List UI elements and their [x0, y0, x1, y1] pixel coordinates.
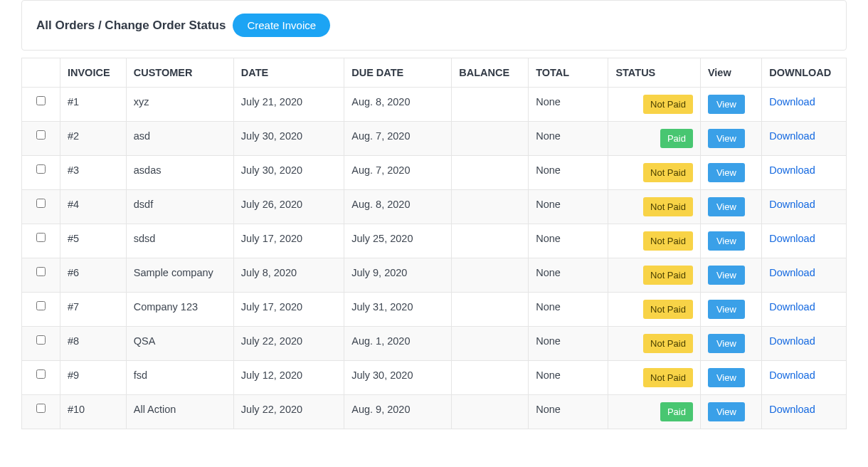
cell-due-date: Aug. 7, 2020 [344, 156, 452, 190]
view-button[interactable]: View [708, 334, 745, 353]
col-header-customer: CUSTOMER [126, 58, 233, 88]
status-badge-not-paid[interactable]: Not Paid [643, 95, 693, 114]
cell-date: July 17, 2020 [233, 293, 344, 327]
cell-balance [452, 224, 529, 258]
cell-customer: Company 123 [126, 293, 233, 327]
col-header-download: DOWNLOAD [762, 58, 847, 88]
cell-balance [452, 258, 529, 293]
cell-checkbox [22, 361, 60, 395]
table-wrapper: INVOICE CUSTOMER DATE DUE DATE BALANCE T… [0, 51, 868, 444]
download-link[interactable]: Download [769, 130, 815, 142]
cell-balance [452, 395, 529, 429]
cell-date: July 30, 2020 [233, 156, 344, 190]
view-button[interactable]: View [708, 163, 745, 182]
status-badge-not-paid[interactable]: Not Paid [643, 368, 693, 387]
cell-date: July 22, 2020 [233, 327, 344, 361]
table-row: #2asdJuly 30, 2020Aug. 7, 2020NonePaidVi… [22, 122, 847, 156]
table-header-row: INVOICE CUSTOMER DATE DUE DATE BALANCE T… [22, 58, 847, 88]
cell-due-date: Aug. 8, 2020 [344, 190, 452, 224]
download-link[interactable]: Download [769, 96, 815, 107]
cell-checkbox [22, 156, 60, 190]
create-invoice-button[interactable]: Create Invoice [233, 14, 330, 37]
cell-date: July 21, 2020 [233, 88, 344, 122]
cell-checkbox [22, 224, 60, 258]
cell-invoice: #3 [60, 156, 126, 190]
download-link[interactable]: Download [769, 335, 815, 347]
row-checkbox[interactable] [36, 404, 46, 413]
view-button[interactable]: View [708, 95, 745, 114]
cell-checkbox [22, 190, 60, 224]
download-link[interactable]: Download [769, 199, 815, 210]
view-button[interactable]: View [708, 266, 745, 285]
col-header-total: TOTAL [529, 58, 608, 88]
cell-customer: QSA [126, 327, 233, 361]
cell-balance [452, 190, 529, 224]
row-checkbox[interactable] [36, 199, 46, 208]
cell-customer: dsdf [126, 190, 233, 224]
cell-date: July 12, 2020 [233, 361, 344, 395]
cell-download: Download [762, 293, 847, 327]
row-checkbox[interactable] [36, 233, 46, 242]
row-checkbox[interactable] [36, 96, 46, 105]
table-row: #6Sample companyJuly 8, 2020July 9, 2020… [22, 258, 847, 293]
cell-customer: sdsd [126, 224, 233, 258]
cell-status: Not Paid [608, 258, 700, 293]
download-link[interactable]: Download [769, 164, 815, 176]
row-checkbox[interactable] [36, 164, 46, 174]
table-row: #8QSAJuly 22, 2020Aug. 1, 2020NoneNot Pa… [22, 327, 847, 361]
status-badge-not-paid[interactable]: Not Paid [643, 266, 693, 285]
cell-checkbox [22, 122, 60, 156]
cell-view: View [700, 122, 761, 156]
cell-balance [452, 293, 529, 327]
cell-due-date: Aug. 1, 2020 [344, 327, 452, 361]
view-button[interactable]: View [708, 231, 745, 251]
view-button[interactable]: View [708, 402, 745, 421]
status-badge-not-paid[interactable]: Not Paid [643, 231, 693, 251]
status-badge-not-paid[interactable]: Not Paid [643, 300, 693, 319]
view-button[interactable]: View [708, 300, 745, 319]
table-row: #3asdasJuly 30, 2020Aug. 7, 2020NoneNot … [22, 156, 847, 190]
row-checkbox[interactable] [36, 130, 46, 140]
cell-due-date: July 31, 2020 [344, 293, 452, 327]
download-link[interactable]: Download [769, 404, 815, 415]
status-badge-not-paid[interactable]: Not Paid [643, 163, 693, 182]
view-button[interactable]: View [708, 368, 745, 387]
col-header-invoice: INVOICE [60, 58, 126, 88]
cell-invoice: #5 [60, 224, 126, 258]
row-checkbox[interactable] [36, 369, 46, 379]
row-checkbox[interactable] [36, 335, 46, 345]
card-header: All Orders / Change Order Status Create … [22, 1, 846, 50]
cell-checkbox [22, 293, 60, 327]
cell-view: View [700, 293, 761, 327]
cell-view: View [700, 88, 761, 122]
status-badge-not-paid[interactable]: Not Paid [643, 334, 693, 353]
download-link[interactable]: Download [769, 369, 815, 381]
cell-invoice: #8 [60, 327, 126, 361]
cell-download: Download [762, 327, 847, 361]
download-link[interactable]: Download [769, 267, 815, 278]
view-button[interactable]: View [708, 197, 745, 216]
status-badge-paid[interactable]: Paid [660, 402, 693, 421]
status-badge-not-paid[interactable]: Not Paid [643, 197, 693, 216]
table-row: #7Company 123July 17, 2020July 31, 2020N… [22, 293, 847, 327]
cell-due-date: July 25, 2020 [344, 224, 452, 258]
cell-view: View [700, 395, 761, 429]
cell-due-date: Aug. 9, 2020 [344, 395, 452, 429]
cell-status: Not Paid [608, 327, 700, 361]
cell-due-date: July 30, 2020 [344, 361, 452, 395]
cell-total: None [529, 361, 608, 395]
download-link[interactable]: Download [769, 301, 815, 313]
row-checkbox[interactable] [36, 267, 46, 276]
row-checkbox[interactable] [36, 301, 46, 310]
cell-balance [452, 122, 529, 156]
cell-due-date: Aug. 7, 2020 [344, 122, 452, 156]
view-button[interactable]: View [708, 129, 745, 148]
download-link[interactable]: Download [769, 233, 815, 244]
cell-invoice: #9 [60, 361, 126, 395]
cell-due-date: Aug. 8, 2020 [344, 88, 452, 122]
cell-invoice: #6 [60, 258, 126, 293]
status-badge-paid[interactable]: Paid [660, 129, 693, 148]
cell-total: None [529, 395, 608, 429]
cell-total: None [529, 258, 608, 293]
cell-total: None [529, 224, 608, 258]
